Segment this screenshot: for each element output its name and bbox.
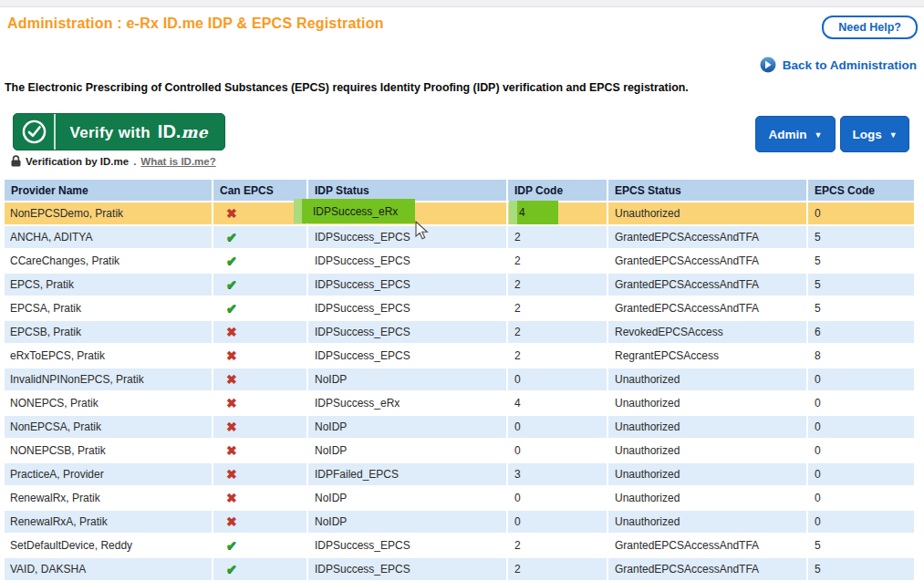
top-strip (0, 0, 924, 7)
provider-name-cell: NonEPCSDemo, Pratik (5, 202, 213, 226)
can-epcs-cell: ✖ (213, 511, 308, 534)
provider-name-cell: InvalidNPINonEPCS, Pratik (5, 368, 213, 392)
idp-code-cell: 2 (508, 297, 608, 321)
chevron-down-icon: ▼ (889, 130, 898, 140)
can-epcs-cell: ✖ (213, 345, 308, 368)
admin-dropdown-button[interactable]: Admin ▼ (755, 116, 836, 152)
caption-separator: . (133, 156, 136, 167)
table-header-row: Provider Name Can EPCS IDP Status IDP Co… (5, 180, 914, 202)
epcs-code-cell: 0 (808, 392, 914, 416)
table-row[interactable]: RenewalRx, Pratik✖NoIDP0Unauthorized0 (5, 487, 914, 511)
idp-status-cell: NoIDP (308, 416, 508, 440)
admin-button-label: Admin (769, 128, 807, 141)
column-header-idp-code[interactable]: IDP Code (508, 180, 608, 202)
idp-status-cell: IDPSuccess_EPCS (308, 534, 508, 558)
back-to-administration-link[interactable]: Back to Administration (760, 57, 917, 73)
can-epcs-cell: ✔ (213, 297, 308, 321)
epcs-status-cell: Unauthorized (608, 368, 808, 392)
table-row[interactable]: PracticeA, Provider✖IDPFailed_EPCS3Unaut… (5, 463, 914, 487)
table-row[interactable]: eRxToEPCS, Pratik✖IDPSuccess_EPCS2Regran… (5, 345, 914, 368)
lock-icon (11, 155, 21, 167)
table-row[interactable]: SetDefaultDevice, Reddy✔IDPSuccess_EPCS2… (5, 534, 914, 558)
idp-status-cell: NoIDP (308, 487, 508, 511)
provider-name-cell: NONEPCS, Pratik (5, 392, 213, 416)
idp-code-cell: 0 (508, 368, 608, 392)
check-icon: ✔ (226, 277, 237, 292)
logs-dropdown-button[interactable]: Logs ▼ (840, 116, 909, 152)
cross-icon: ✖ (226, 348, 237, 363)
table-row[interactable]: InvalidNPINonEPCS, Pratik✖NoIDP0Unauthor… (5, 368, 914, 392)
table-row[interactable]: EPCSB, Pratik✖IDPSuccess_EPCS2RevokedEPC… (5, 321, 914, 345)
provider-name-cell: RenewalRx, Pratik (5, 487, 213, 511)
can-epcs-cell: ✖ (213, 392, 308, 416)
table-row[interactable]: EPCS, Pratik✔IDPSuccess_EPCS2GrantedEPCS… (5, 274, 914, 297)
table-row[interactable]: CCareChanges, Pratik✔IDPSuccess_EPCS2Gra… (5, 250, 914, 274)
can-epcs-cell: ✔ (213, 534, 308, 558)
epcs-status-cell: GrantedEPCSAccessAndTFA (608, 274, 808, 297)
can-epcs-cell: ✔ (213, 558, 308, 581)
cross-icon: ✖ (226, 443, 237, 458)
epcs-status-cell: Unauthorized (608, 440, 808, 463)
can-epcs-cell: ✖ (213, 321, 308, 345)
epcs-status-cell: Unauthorized (608, 416, 808, 440)
idp-status-cell: NoIDP (308, 440, 508, 463)
epcs-code-cell: 8 (808, 345, 914, 368)
idp-code-cell: 2 (508, 250, 608, 274)
table-row[interactable]: ANCHA, ADITYA✔IDPSuccess_EPCS2GrantedEPC… (5, 226, 914, 250)
table-row[interactable]: VAID, DAKSHA✔IDPSuccess_EPCS2GrantedEPCS… (5, 558, 914, 581)
provider-name-cell: ANCHA, ADITYA (5, 226, 213, 250)
cross-icon: ✖ (226, 396, 237, 410)
epcs-code-cell: 0 (808, 463, 914, 487)
provider-name-cell: EPCSB, Pratik (5, 321, 213, 345)
provider-name-cell: EPCS, Pratik (5, 274, 213, 297)
verify-idme-button[interactable]: Verify withID.me (13, 113, 225, 150)
idp-status-cell: IDPSuccess_EPCS (308, 274, 508, 297)
idp-status-cell: IDPSuccess_EPCS (308, 250, 508, 274)
table-row[interactable]: EPCSA, Pratik✔IDPSuccess_EPCS2GrantedEPC… (5, 297, 914, 321)
provider-name-cell: NonEPCSA, Pratik (5, 416, 213, 440)
table-row[interactable]: NONEPCSB, Pratik✖NoIDP0Unauthorized0 (5, 440, 914, 463)
provider-name-cell: eRxToEPCS, Pratik (5, 345, 213, 368)
epcs-status-cell: RegrantEPCSAccess (608, 345, 808, 368)
need-help-button[interactable]: Need Help? (822, 16, 918, 39)
provider-name-cell: NONEPCSB, Pratik (5, 440, 213, 463)
chevron-down-icon: ▼ (815, 130, 823, 140)
can-epcs-cell: ✖ (213, 416, 308, 440)
what-is-idme-link[interactable]: What is ID.me? (140, 156, 215, 167)
epcs-status-cell: GrantedEPCSAccessAndTFA (608, 226, 808, 250)
table-row[interactable]: NonEPCSDemo, Pratik✖IDPSuccess_eRx4Unaut… (5, 202, 914, 226)
can-epcs-cell: ✔ (213, 226, 308, 250)
epcs-code-cell: 0 (808, 487, 914, 511)
can-epcs-cell: ✔ (213, 250, 308, 274)
column-header-epcs-code[interactable]: EPCS Code (808, 180, 914, 202)
idp-code-cell: 0 (508, 416, 608, 440)
can-epcs-cell: ✖ (213, 368, 308, 392)
table-row[interactable]: NONEPCS, Pratik✖IDPSuccess_eRx4Unauthori… (5, 392, 914, 416)
column-header-provider-name[interactable]: Provider Name (5, 180, 213, 202)
epcs-status-cell: Unauthorized (608, 487, 808, 511)
logs-button-label: Logs (852, 128, 881, 141)
toolbar-buttons: Admin ▼ Logs ▼ (755, 116, 909, 152)
epcs-status-cell: GrantedEPCSAccessAndTFA (608, 534, 808, 558)
idp-code-cell: 2 (508, 321, 608, 345)
intro-text: The Electronic Prescribing of Controlled… (5, 81, 917, 94)
idp-status-cell: NoIDP (308, 368, 508, 392)
epcs-code-cell: 0 (808, 368, 914, 392)
idp-code-cell: 0 (508, 487, 608, 511)
epcs-status-cell: GrantedEPCSAccessAndTFA (608, 250, 808, 274)
table-row[interactable]: NonEPCSA, Pratik✖NoIDP0Unauthorized0 (5, 416, 914, 440)
verify-button-label: Verify withID.me (56, 121, 224, 142)
back-link-label: Back to Administration (783, 58, 917, 72)
provider-table: Provider Name Can EPCS IDP Status IDP Co… (5, 180, 914, 581)
table-row[interactable]: RenewalRxA, Pratik✖NoIDP0Unauthorized0 (5, 511, 914, 534)
idp-status-cell: NoIDP (308, 511, 508, 534)
check-icon: ✔ (226, 301, 237, 316)
idp-status-cell: IDPSuccess_EPCS (308, 558, 508, 581)
epcs-code-cell: 0 (808, 202, 914, 226)
verification-caption-text: Verification by ID.me (26, 156, 129, 167)
epcs-code-cell: 6 (808, 321, 914, 345)
column-header-epcs-status[interactable]: EPCS Status (608, 180, 808, 202)
annotation-highlight-idp-code: 4 (509, 201, 558, 224)
idp-code-cell: 2 (508, 534, 608, 558)
cross-icon: ✖ (226, 372, 237, 387)
